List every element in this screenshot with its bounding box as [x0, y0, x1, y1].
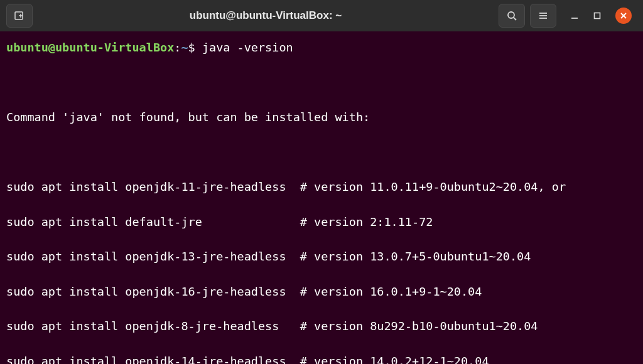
svg-line-4: [514, 18, 516, 20]
output-suggestion: sudo apt install openjdk-11-jre-headless…: [6, 178, 637, 196]
output-suggestion: sudo apt install openjdk-14-jre-headless…: [6, 353, 637, 365]
prompt-line-1: ubuntu@ubuntu-VirtualBox:~$ java -versio…: [6, 39, 637, 56]
close-icon: [620, 12, 627, 19]
minimize-button[interactable]: [570, 11, 579, 20]
window-title: ubuntu@ubuntu-VirtualBox: ~: [38, 9, 494, 22]
terminal-window: ubuntu@ubuntu-VirtualBox: ~: [0, 0, 643, 364]
menu-button[interactable]: [530, 4, 556, 28]
terminal-body[interactable]: ubuntu@ubuntu-VirtualBox:~$ java -versio…: [0, 31, 643, 364]
output-suggestion: sudo apt install openjdk-16-jre-headless…: [6, 283, 637, 301]
command-text: java -version: [202, 41, 293, 54]
output-suggestion: sudo apt install openjdk-13-jre-headless…: [6, 248, 637, 265]
output-suggestion: sudo apt install default-jre # version 2…: [6, 213, 637, 231]
search-icon: [506, 10, 517, 21]
new-tab-button[interactable]: [6, 4, 33, 28]
maximize-button[interactable]: [593, 11, 602, 20]
minimize-icon: [570, 11, 579, 20]
output-suggestion: sudo apt install openjdk-8-jre-headless …: [6, 318, 637, 335]
svg-rect-9: [595, 13, 600, 19]
titlebar-right: [499, 4, 637, 28]
window-controls: [570, 8, 632, 24]
maximize-icon: [593, 11, 602, 20]
new-tab-icon: [14, 10, 25, 21]
close-button[interactable]: [615, 8, 632, 24]
svg-point-3: [508, 12, 514, 18]
prompt-dollar: $: [188, 41, 195, 54]
prompt-path: ~: [181, 41, 188, 54]
titlebar-left: [6, 4, 33, 28]
prompt-user-host: ubuntu@ubuntu-VirtualBox: [6, 41, 174, 54]
titlebar: ubuntu@ubuntu-VirtualBox: ~: [0, 0, 643, 31]
prompt-colon: :: [174, 41, 181, 54]
output-notfound: Command 'java' not found, but can be ins…: [6, 109, 637, 126]
hamburger-icon: [538, 10, 549, 21]
search-button[interactable]: [499, 4, 525, 28]
blank-line: [6, 144, 637, 161]
blank-line: [6, 74, 637, 92]
